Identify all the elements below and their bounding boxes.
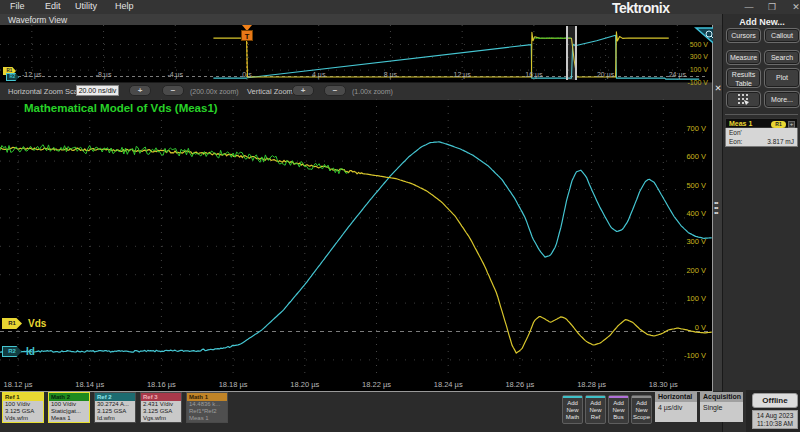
close-icon[interactable]: ✕: [789, 2, 800, 13]
horizontal-zoom-minus-button[interactable]: −: [162, 85, 184, 96]
main-time-label: 18.16 µs: [139, 380, 183, 389]
splitter-grip-icon[interactable]: ••••••: [714, 200, 721, 218]
waveform-view: T R1 R2 Horizontal Zoom Scale 20.00 ns/d…: [0, 25, 713, 392]
main-volt-label: 500 V: [666, 181, 706, 190]
vertical-zoom-plus-button[interactable]: +: [292, 85, 314, 96]
meas1-row1: Eon': [729, 129, 742, 136]
menu-edit[interactable]: Edit: [45, 1, 61, 11]
horizontal-zoom-scale-input[interactable]: 20.00 ns/div: [76, 85, 119, 96]
plot-title: Mathematical Model of Vds (Meas1): [24, 102, 218, 114]
overview-time-label: 4 µs: [301, 71, 337, 78]
main-time-label: 18.12 µs: [0, 380, 40, 389]
horizontal-zoom-factor: (200.00x zoom): [190, 88, 239, 95]
badge-row: Vds.wfm: [3, 415, 43, 422]
vds-label: Vds: [28, 318, 46, 329]
datetime-display: 14 Aug 2023 11:10:38 AM: [752, 410, 798, 429]
menu-bar: File Edit Utility Help Tektronix — ❐ ✕: [0, 0, 800, 15]
meas1-source-pill: R1: [771, 121, 786, 128]
badge-row: 3.125 GSA: [141, 408, 181, 415]
menu-help[interactable]: Help: [115, 1, 134, 11]
meas1-results: Eon' Eon: 3.817 mJ: [725, 128, 798, 147]
waveform-badge-math2[interactable]: Math 2100 V/divStatic|gat...Meas 1: [48, 392, 90, 423]
accent-strip: [586, 396, 605, 398]
main-time-label: 18.28 µs: [570, 380, 614, 389]
badge-title: Math 2: [49, 393, 89, 401]
add-new-scope-button[interactable]: AddNewScope: [631, 395, 652, 424]
meas1-title: Meas 1: [729, 120, 752, 127]
trigger-marker[interactable]: T: [241, 30, 253, 41]
more-button[interactable]: More...: [764, 91, 800, 108]
overview-time-label: 8 µs: [372, 71, 408, 78]
badge-row: Id.wfm: [95, 415, 135, 422]
time-text: 11:10:38 AM: [757, 420, 793, 427]
acquisition-settings-panel[interactable]: Acquisition Single: [700, 392, 743, 420]
waveform-badge-ref3[interactable]: Ref 32.431 V/div3.125 GSAVgs.wfm: [140, 392, 182, 423]
meas1-row2-value: 3.817 mJ: [767, 138, 794, 145]
overview-time-label: -4 µs: [157, 71, 193, 78]
add-new-bus-button[interactable]: AddNewBus: [608, 395, 629, 424]
main-volt-label: 600 V: [666, 152, 706, 161]
horizontal-title: Horizontal: [655, 392, 697, 402]
main-plot[interactable]: [0, 99, 712, 378]
menu-utility[interactable]: Utility: [75, 1, 97, 11]
main-volt-label: 0 V: [666, 323, 706, 332]
vertical-zoom-label: Vertical Zoom: [247, 87, 293, 96]
zoom-window-indicator[interactable]: [566, 26, 577, 80]
overview-time-label: -8 µs: [86, 71, 122, 78]
waveform-badge-ref2[interactable]: Ref 230.2724 A...3.125 GSAId.wfm: [94, 392, 136, 423]
callout-button[interactable]: Callout: [764, 28, 800, 43]
badge-row: 3.125 GSA: [95, 408, 135, 415]
badge-row: 2.431 V/div: [141, 401, 181, 408]
main-volt-label: 200 V: [666, 266, 706, 275]
main-time-label: 18.18 µs: [211, 380, 255, 389]
tab-strip: Waveform View: [0, 14, 722, 25]
cursors-button[interactable]: Cursors: [726, 28, 761, 43]
main-time-label: 18.22 µs: [355, 380, 399, 389]
main-time-label: 18.20 µs: [283, 380, 327, 389]
horizontal-zoom-plus-button[interactable]: +: [129, 85, 151, 96]
accent-strip: [609, 396, 628, 398]
badge-row: 100 V/div: [49, 401, 89, 408]
badge-row: 3.125 GSA: [3, 408, 43, 415]
measure-button[interactable]: Measure: [726, 50, 761, 65]
main-volt-label: 700 V: [666, 124, 706, 133]
main-volt-label: 100 V: [666, 294, 706, 303]
badge-row: 100 V/div: [3, 401, 43, 408]
add-new-ref-button[interactable]: AddNewRef: [585, 395, 606, 424]
application-window: File Edit Utility Help Tektronix — ❐ ✕ W…: [0, 0, 800, 432]
meas1-expand-icon[interactable]: +: [788, 121, 795, 128]
main-volt-label: 300 V: [666, 237, 706, 246]
badge-row: Vgs.wfm: [141, 415, 181, 422]
overview-volt-label: -100 V: [674, 79, 708, 86]
vertical-zoom-minus-button[interactable]: −: [324, 85, 346, 96]
meas1-row2-label: Eon:: [729, 138, 742, 145]
waveform-badge-math1[interactable]: Math 114.4836 k...Ref1*Ref2Meas 1: [186, 392, 228, 423]
horizontal-settings-panel[interactable]: Horizontal 4 µs/div: [655, 392, 697, 420]
plot-button[interactable]: Plot: [764, 68, 800, 88]
badge-row: Meas 1: [187, 415, 227, 422]
menu-file[interactable]: File: [10, 1, 25, 11]
tab-waveform-view[interactable]: Waveform View: [8, 15, 67, 25]
zoom-scale-bar: Horizontal Zoom Scale 20.00 ns/div + − (…: [0, 82, 712, 100]
offline-button[interactable]: Offline: [752, 393, 798, 408]
horizontal-value: 4 µs/div: [655, 402, 697, 422]
meas1-header: Meas 1 R1 +: [725, 118, 798, 128]
overview-time-label: 20 µs: [588, 71, 624, 78]
waveform-badge-ref1[interactable]: Ref 1100 V/div3.125 GSAVds.wfm: [2, 392, 44, 423]
meas1-results-badge[interactable]: Meas 1 R1 + Eon' Eon: 3.817 mJ: [725, 118, 798, 147]
horizontal-zoom-scale-label: Horizontal Zoom Scale: [8, 87, 84, 96]
overview-volt-label: 300 V: [674, 53, 708, 60]
search-button[interactable]: Search: [764, 50, 800, 65]
results-table-button[interactable]: Results Table: [726, 68, 761, 88]
right-panel: Add New... Cursors Callout Measure Searc…: [722, 14, 800, 432]
badge-row: Meas 1: [49, 415, 89, 422]
add-new-math-button[interactable]: AddNewMath: [562, 395, 583, 424]
minimize-icon[interactable]: —: [742, 2, 756, 13]
overview-volt-label: 500 V: [674, 41, 708, 48]
vertical-zoom-factor: (1.00x zoom): [352, 88, 393, 95]
overview-time-label: 0 s: [229, 71, 265, 78]
zoom-grid-icon-button[interactable]: [726, 91, 761, 108]
overview-time-label: 12 µs: [444, 71, 480, 78]
restore-icon[interactable]: ❐: [765, 2, 779, 13]
main-time-label: 18.26 µs: [498, 380, 542, 389]
